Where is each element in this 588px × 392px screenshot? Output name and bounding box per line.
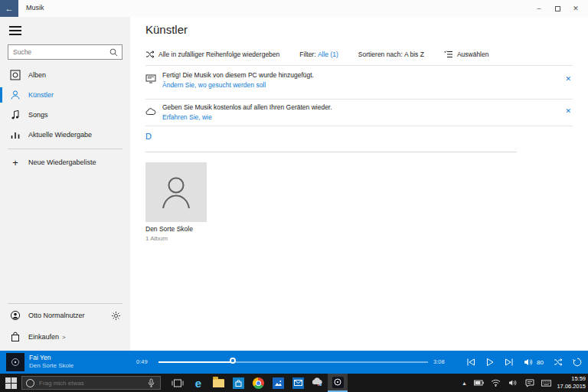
close-button[interactable]: ✕	[567, 0, 585, 17]
battery-icon[interactable]	[474, 378, 484, 387]
sidebar-item-alben[interactable]: Alben	[0, 65, 130, 85]
sidebar-divider	[8, 303, 122, 304]
hamburger-menu-icon[interactable]	[9, 26, 21, 35]
sidebar-item-kuenstler[interactable]: Künstler	[0, 85, 130, 105]
action-center-icon[interactable]	[524, 378, 534, 387]
task-view-button[interactable]	[168, 374, 187, 392]
chevron-right-icon: >	[62, 334, 66, 341]
volume-icon[interactable]	[524, 358, 533, 367]
edge-app-button[interactable]: e	[188, 374, 208, 392]
new-playlist-button[interactable]: + Neue Wiedergabeliste	[0, 152, 130, 172]
artwork-glyph-icon	[11, 358, 20, 367]
music-note-icon	[10, 109, 21, 120]
photos-icon	[273, 377, 284, 389]
select-list-icon	[444, 50, 453, 59]
shuffle-toggle[interactable]	[554, 358, 563, 367]
shop-label: Einkaufen	[28, 333, 59, 341]
shuffle-all-button[interactable]: Alle in zufälliger Reihenfolge wiedergeb…	[145, 50, 279, 59]
section-letter[interactable]: D	[145, 132, 152, 141]
toolbar: Alle in zufälliger Reihenfolge wiedergeb…	[145, 48, 573, 60]
cortana-search-box[interactable]	[21, 376, 161, 390]
file-explorer-button[interactable]	[208, 374, 228, 392]
settings-gear-icon[interactable]	[111, 310, 121, 320]
file-explorer-icon	[213, 379, 224, 387]
banner-text: Geben Sie Musik kostenlos auf allen Ihre…	[162, 103, 573, 113]
tray-chevron-up-icon[interactable]: ▲	[462, 381, 467, 386]
filter-label: Filter:	[299, 51, 315, 58]
person-silhouette-icon	[161, 175, 191, 210]
clock-date: 17.06.2015	[552, 383, 586, 390]
back-icon: ←	[5, 4, 14, 13]
artist-tile[interactable]	[145, 162, 207, 222]
photos-app-button[interactable]	[268, 374, 288, 392]
banner-link[interactable]: Ändern Sie, wo gesucht werden soll	[162, 80, 573, 90]
banner-stream-free: Geben Sie Musik kostenlos auf allen Ihre…	[145, 103, 573, 126]
filter-control[interactable]: Filter: Alle (1)	[299, 51, 338, 58]
store-app-button[interactable]	[228, 374, 248, 392]
taskbar: e	[0, 374, 588, 392]
microphone-icon[interactable]	[148, 378, 160, 387]
shop-item[interactable]: Einkaufen >	[0, 327, 130, 347]
chrome-app-button[interactable]	[248, 374, 268, 392]
titlebar: ← Musik – ✕	[0, 0, 588, 17]
restore-icon	[555, 6, 560, 11]
divider	[145, 65, 573, 66]
album-icon	[10, 70, 21, 80]
next-button[interactable]	[505, 358, 514, 367]
store-icon	[233, 377, 244, 389]
banner-link[interactable]: Erfahren Sie, wie	[162, 113, 573, 122]
select-label: Auswählen	[457, 51, 489, 58]
screen: ← Musik – ✕ Alben	[0, 0, 588, 392]
repeat-toggle[interactable]	[573, 358, 582, 367]
sidebar-menu: Alben Künstler Songs	[0, 65, 130, 145]
minimize-button[interactable]: –	[530, 0, 548, 17]
touch-keyboard-icon[interactable]	[541, 378, 551, 387]
search-box[interactable]	[8, 44, 122, 60]
mail-icon	[292, 377, 304, 389]
start-button[interactable]	[5, 377, 17, 389]
sidebar-divider	[8, 149, 122, 149]
sidebar-item-songs[interactable]: Songs	[0, 105, 130, 125]
banner-text: Fertig! Die Musik von diesem PC wurde hi…	[162, 70, 573, 80]
divider	[145, 99, 573, 100]
back-button[interactable]: ←	[0, 0, 18, 17]
pc-monitor-icon	[145, 73, 156, 82]
mail-app-button[interactable]	[288, 374, 308, 392]
app-button[interactable]	[308, 374, 328, 392]
banner-close-icon[interactable]: ✕	[565, 75, 571, 83]
sidebar-item-label: Aktuelle Wiedergabe	[28, 131, 92, 139]
play-button[interactable]	[485, 358, 495, 367]
sort-value[interactable]: A bis Z	[404, 51, 424, 58]
sidebar-item-aktuelle-wiedergabe[interactable]: Aktuelle Wiedergabe	[0, 125, 130, 145]
seek-slider[interactable]	[158, 361, 428, 363]
user-account-item[interactable]: Otto Normalnutzer	[0, 305, 130, 325]
sidebar: Alben Künstler Songs	[0, 17, 130, 351]
artist-icon	[10, 90, 21, 100]
groove-music-icon	[332, 377, 344, 388]
volume-value[interactable]: 80	[537, 359, 544, 366]
taskbar-search-input[interactable]	[34, 380, 148, 387]
restore-button[interactable]	[548, 0, 567, 17]
banner-close-icon[interactable]: ✕	[565, 107, 571, 115]
close-icon: ✕	[573, 5, 579, 12]
banner-music-added: Fertig! Die Musik von diesem PC wurde hi…	[145, 70, 573, 96]
seek-knob[interactable]	[230, 358, 236, 364]
main-content: Künstler Alle in zufälliger Reihenfolge …	[130, 17, 588, 351]
previous-button[interactable]	[466, 358, 475, 367]
shuffle-all-label: Alle in zufälliger Reihenfolge wiedergeb…	[158, 51, 279, 58]
now-playing-artist: Den Sorte Skole	[29, 362, 74, 369]
artist-name[interactable]: Den Sorte Skole	[145, 225, 193, 233]
select-button[interactable]: Auswählen	[444, 50, 489, 59]
tray-volume-icon[interactable]	[508, 378, 518, 387]
now-playing-artwork[interactable]	[6, 353, 24, 371]
search-input[interactable]	[8, 48, 109, 56]
taskbar-clock[interactable]: 15:59 17.06.2015	[552, 375, 586, 390]
filter-value[interactable]: Alle (1)	[318, 51, 338, 58]
search-icon[interactable]	[109, 48, 122, 57]
clock-time: 15:59	[552, 375, 586, 383]
wifi-icon[interactable]	[491, 378, 501, 387]
groove-music-app-button[interactable]	[328, 374, 348, 392]
sort-control[interactable]: Sortieren nach: A bis Z	[358, 51, 424, 58]
minimize-icon: –	[537, 5, 541, 12]
now-playing-icon	[10, 129, 21, 140]
